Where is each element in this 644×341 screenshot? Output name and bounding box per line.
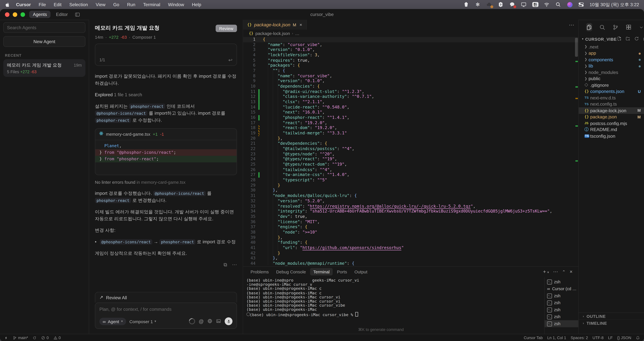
folder-lib[interactable]: ❯lib [579, 63, 644, 69]
terminal-session-zsh[interactable]: >_zsh [545, 299, 578, 306]
terminal-session-zsh[interactable]: >_zsh [545, 320, 578, 327]
terminal-session-cursorcd[interactable]: ∞Cursor (cd … [545, 285, 578, 292]
image-attach-icon[interactable] [216, 317, 221, 325]
file-.gitignore[interactable]: .gitignore [579, 82, 644, 88]
status-spaces-2[interactable]: Spaces: 2 [571, 335, 588, 340]
editor-tab-package-lock[interactable]: {} package-lock.json M × [243, 20, 306, 30]
file-README.md[interactable]: ⓘREADME.md [579, 127, 644, 133]
menu-cursor[interactable]: Cursor [16, 2, 31, 7]
terminal-more-icon[interactable]: ⋯ [553, 269, 558, 275]
panel-tab-debug-console[interactable]: Debug Console [273, 268, 309, 275]
composer-dropdown[interactable]: Composer 1▾ [130, 319, 156, 324]
status-ln-1-col-1[interactable]: Ln 1, Col 1 [547, 335, 566, 340]
gem-icon[interactable] [463, 2, 469, 8]
file-postcss.config.mjs[interactable]: JSpostcss.config.mjs [579, 120, 644, 126]
control-center-icon[interactable] [578, 2, 584, 8]
new-file-icon[interactable] [617, 35, 622, 43]
review-all-button[interactable]: ↗ Review All [95, 292, 237, 302]
agent-mode-dropdown[interactable]: ∞ Agent ▾ [99, 317, 126, 325]
file-package.json[interactable]: {}package.jsonM [579, 114, 644, 120]
file-tsconfig.json[interactable]: TStsconfig.json [579, 133, 644, 139]
panel-tab-ports[interactable]: Ports [334, 268, 350, 275]
kakaotalk-icon[interactable] [509, 2, 515, 8]
terminal-session-zsh[interactable]: >_zsh [545, 313, 578, 320]
terminal-session-zsh[interactable]: >_zsh [545, 292, 578, 299]
menu-selection[interactable]: Selection [69, 2, 88, 7]
search-agents-input[interactable]: Search Agents [3, 22, 86, 33]
folder-public[interactable]: ❯public [579, 75, 644, 82]
status-branch[interactable]: main* [13, 335, 28, 340]
tab-editor[interactable]: Editor [52, 11, 72, 18]
menu-run[interactable]: Run [127, 2, 136, 7]
copy-icon[interactable]: ⧉ [224, 261, 227, 269]
siri-icon[interactable] [567, 2, 573, 8]
status-error[interactable]: 0 [41, 335, 49, 340]
tab-agents[interactable]: Agents [29, 11, 50, 18]
outline-section[interactable]: ›OUTLINE [579, 313, 644, 320]
menu-help[interactable]: Help [192, 2, 201, 7]
folder-components[interactable]: ❯components [579, 56, 644, 63]
wifi-icon[interactable] [544, 2, 550, 8]
collapse-all-icon[interactable] [642, 35, 644, 43]
chevron-down-icon[interactable] [639, 23, 644, 31]
mention-icon[interactable]: @ [199, 318, 204, 324]
restore-checkpoint-icon[interactable]: ↩ [228, 57, 232, 63]
recent-agent-item[interactable]: 메모리 카드 게임 개발 요청 19m 5 Files +272 -63 [3, 59, 86, 77]
folder-nodemodules[interactable]: ❯node_modules [579, 69, 644, 75]
terminal-session-zsh[interactable]: >_zsh [545, 278, 578, 285]
apple-menu-icon[interactable] [5, 2, 10, 7]
menu-terminal[interactable]: Terminal [143, 2, 160, 7]
menu-view[interactable]: View [96, 2, 106, 7]
menu-go[interactable]: Go [113, 2, 119, 7]
file-components.json[interactable]: {}components.jsonU [579, 88, 644, 95]
timeline-section[interactable]: ›TIMELINE [579, 320, 644, 326]
search-icon[interactable] [599, 23, 606, 31]
menubar-clock[interactable]: 10월 30일 (목) 오후 3:22 [590, 2, 639, 8]
editor-scrollbar[interactable] [574, 37, 578, 266]
status-sync[interactable] [33, 336, 37, 340]
code-editor[interactable]: 1{2 "name": "cursor_vibe",3 "version": "… [243, 37, 578, 266]
folder-app[interactable]: ❯app [579, 50, 644, 56]
terminal-session-zsh[interactable]: >_zsh [545, 306, 578, 313]
status-cursor-tab[interactable]: Cursor Tab [524, 335, 543, 340]
close-panel-icon[interactable]: × [570, 269, 572, 275]
diff-card[interactable]: memory-card-game.tsx+1-1 Planet,} from "… [95, 128, 237, 175]
editor-actions-icon[interactable]: ⋯ [569, 20, 578, 30]
panel-tab-terminal[interactable]: Terminal [310, 268, 333, 275]
breadcrumb[interactable]: {} package-lock.json › … [243, 30, 578, 37]
menu-window[interactable]: Window [168, 2, 184, 7]
panel-tab-output[interactable]: Output [351, 268, 371, 275]
web-icon[interactable] [208, 317, 212, 325]
panel-tab-problems[interactable]: Problems [247, 268, 272, 275]
status--json[interactable]: {} JSON [617, 335, 631, 340]
file-package-lock.json[interactable]: {}package-lock.jsonM [579, 107, 644, 114]
status-remote[interactable] [4, 336, 8, 340]
zoom-window-button[interactable] [20, 12, 25, 17]
project-name[interactable]: CURSOR_VIBE [585, 37, 617, 41]
new-agent-button[interactable]: New Agent [3, 36, 86, 47]
file-next-env.d.ts[interactable]: TSnext-env.d.ts [579, 95, 644, 101]
file-next.config.ts[interactable]: TSnext.config.ts [579, 101, 644, 107]
chevron-down-icon[interactable]: ▾ [582, 38, 584, 41]
extensions-icon[interactable] [626, 23, 632, 31]
status-lf[interactable]: LF [608, 335, 613, 340]
search-icon[interactable] [555, 2, 561, 8]
close-tab-icon[interactable]: × [300, 22, 302, 27]
folder-.next[interactable]: ❯.next [579, 44, 644, 50]
display-icon[interactable] [521, 2, 527, 8]
menu-file[interactable]: File [39, 2, 46, 7]
openai-icon[interactable]: ✻ [475, 2, 481, 8]
source-control-icon[interactable] [612, 23, 618, 31]
files-icon[interactable] [586, 23, 592, 31]
new-terminal-button[interactable]: + ▾ [543, 269, 549, 275]
maximize-panel-icon[interactable]: ⌃ [562, 269, 566, 274]
sidebar-toggle-icon[interactable] [75, 12, 80, 17]
chat-input[interactable]: Plan, @ for context, / for commands ∞ Ag… [95, 302, 237, 329]
review-button[interactable]: Review [216, 25, 237, 32]
notifications-bell-icon[interactable] [636, 336, 640, 340]
refresh-icon[interactable] [634, 35, 639, 43]
box-chevron-icon[interactable] [498, 2, 504, 8]
status-warning[interactable]: 0 [53, 335, 61, 340]
status-utf-8[interactable]: UTF-8 [592, 335, 604, 340]
minimize-window-button[interactable] [13, 12, 17, 17]
